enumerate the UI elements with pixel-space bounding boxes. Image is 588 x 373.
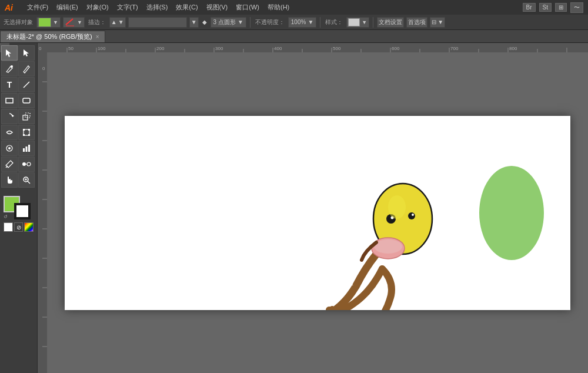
svg-text:200: 200 [156, 46, 165, 51]
opacity-label: 不透明度： [254, 18, 286, 26]
menu-object[interactable]: 对象(O) [83, 2, 112, 13]
svg-rect-15 [28, 134, 30, 136]
select-tool-button[interactable] [1, 45, 18, 61]
eyedropper-tool-button[interactable] [1, 156, 18, 172]
svg-rect-58 [38, 52, 47, 373]
menu-window[interactable]: 窗口(W) [232, 2, 263, 13]
svg-rect-18 [23, 148, 25, 152]
svg-rect-12 [23, 129, 25, 131]
svg-line-5 [24, 82, 29, 88]
fill-dropdown-arrow[interactable]: ▼ [52, 19, 59, 25]
brush-selector[interactable]: 3 点圆形 ▼ [211, 17, 246, 28]
svg-line-0 [66, 19, 73, 25]
align-icon: ⊟ [432, 19, 436, 25]
rotate-tool-button[interactable] [1, 109, 18, 124]
stroke-value-input[interactable] [128, 17, 187, 28]
type-tool-button[interactable]: T [1, 77, 18, 92]
graph-tool-button[interactable] [18, 141, 35, 156]
menu-edit[interactable]: 编辑(E) [53, 2, 82, 13]
opacity-value: 100% [291, 19, 306, 25]
svg-point-70 [479, 166, 544, 260]
tool-row-4 [1, 93, 36, 108]
svg-text:0: 0 [39, 46, 42, 51]
svg-rect-7 [23, 98, 30, 103]
workspace-icon[interactable]: ⊞ [555, 3, 567, 12]
zoom-tool-button[interactable] [18, 172, 35, 188]
artboard [65, 116, 570, 310]
menu-file[interactable]: 文件(F) [24, 2, 52, 13]
scale-tool-button[interactable] [18, 109, 35, 124]
separator-3 [373, 17, 373, 28]
pencil-tool-button[interactable] [18, 61, 35, 76]
svg-text:400: 400 [274, 46, 282, 51]
rounded-rect-tool-button[interactable] [18, 93, 35, 108]
preferences-button[interactable]: 首选项 [406, 17, 427, 28]
svg-rect-6 [6, 98, 13, 103]
tool-row-8 [1, 156, 36, 172]
tab-label: 未标题-2* @ 50% (RGB/预览) [6, 32, 92, 41]
menu-effect[interactable]: 效果(C) [172, 2, 201, 13]
color-none-box[interactable]: ⊘ [14, 222, 24, 232]
tool-row-9 [1, 172, 36, 188]
svg-text:50: 50 [68, 46, 74, 51]
svg-point-22 [22, 162, 26, 166]
blend-tool-button[interactable] [18, 156, 35, 172]
line-tool-button[interactable] [18, 77, 35, 92]
stroke-color-box[interactable] [14, 203, 31, 219]
style-arrow[interactable]: ▼ [361, 19, 368, 25]
stock-icon[interactable]: St [539, 3, 552, 12]
menu-type[interactable]: 文字(T) [113, 2, 142, 13]
pen-stroke-icon [65, 18, 75, 27]
ai-logo: Ai [5, 3, 19, 12]
symbol-tool-button[interactable] [1, 141, 18, 156]
svg-text:700: 700 [450, 46, 459, 51]
document-tab[interactable]: 未标题-2* @ 50% (RGB/预览) × [0, 31, 105, 42]
doc-settings-button[interactable]: 文档设置 [377, 17, 404, 28]
stroke-up-down[interactable]: ▲ ▼ [109, 17, 126, 28]
svg-point-78 [388, 195, 406, 219]
canvas-area: 0 50 100 200 300 400 500 600 [38, 43, 588, 373]
search-bar-icon[interactable]: 〜 [570, 2, 583, 13]
reset-colors-icon[interactable]: ↺ [4, 214, 8, 219]
svg-point-4 [11, 65, 13, 68]
up-icon: ▲ [111, 19, 117, 25]
warp-tool-button[interactable] [1, 125, 18, 140]
fill-selector[interactable]: ▼ [36, 17, 61, 28]
opacity-selector[interactable]: 100% ▼ [288, 17, 316, 28]
pen-tool-button[interactable] [1, 61, 18, 76]
stroke-label: 描边： [87, 18, 107, 26]
tool-row-3: T [1, 77, 36, 92]
style-swatch[interactable]: ▼ [346, 17, 369, 28]
free-transform-button[interactable] [18, 125, 35, 140]
menu-select[interactable]: 选择(S) [143, 2, 172, 13]
style-label: 样式： [324, 18, 344, 26]
tool-row-1 [1, 45, 36, 61]
svg-point-77 [412, 214, 414, 216]
rect-tool-button[interactable] [1, 93, 18, 108]
svg-point-17 [8, 147, 11, 149]
illustration-svg [65, 116, 570, 310]
bridge-icon[interactable]: Br [523, 3, 536, 12]
stroke-selector[interactable]: ▼ [63, 17, 85, 28]
stroke-dropdown-arrow[interactable]: ▼ [189, 17, 199, 28]
main-area: T [0, 43, 588, 373]
menu-help[interactable]: 帮助(H) [264, 2, 293, 13]
color-gradient-box[interactable] [24, 222, 34, 232]
hand-tool-button[interactable] [1, 172, 18, 188]
svg-text:0: 0 [42, 66, 45, 71]
stroke-dropdown-arrow[interactable]: ▼ [76, 19, 83, 25]
brush-arrow: ▼ [238, 19, 243, 25]
ruler-top: 0 50 100 200 300 400 500 600 [38, 43, 588, 52]
color-area: ↺ ⊘ [1, 194, 36, 234]
menu-bar: 文件(F) 编辑(E) 对象(O) 文字(T) 选择(S) 效果(C) 视图(V… [24, 2, 293, 13]
color-white-box[interactable] [4, 222, 13, 232]
svg-line-26 [28, 181, 30, 184]
no-selection-label: 无选择对象 [2, 18, 34, 26]
tab-close-button[interactable]: × [96, 34, 99, 40]
separator-1 [250, 17, 250, 28]
menu-view[interactable]: 视图(V) [203, 2, 232, 13]
fill-swatch [38, 18, 51, 27]
svg-point-23 [27, 162, 31, 166]
more-options-button[interactable]: ⊟ ▼ [430, 17, 445, 28]
direct-select-tool-button[interactable] [18, 45, 35, 61]
